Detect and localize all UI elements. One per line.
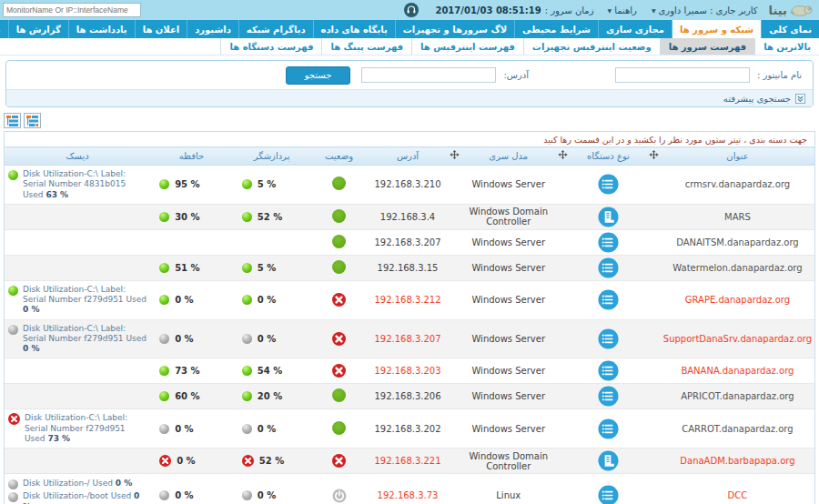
device-type-cell: [569, 280, 648, 319]
server-title[interactable]: GRAPE.danapardaz.org: [685, 295, 790, 305]
server-title-cell: crmsrv.danapardaz.org: [661, 166, 814, 205]
ip-address: 192.168.3.206: [374, 391, 440, 401]
main-nav-item[interactable]: اعلان ها: [135, 20, 187, 38]
sub-nav-item[interactable]: وضعیت اینترفیس تجهیزات: [523, 38, 660, 55]
current-user-menu[interactable]: کاربر جاری : سمیرا داوری ▼: [652, 5, 758, 15]
sub-nav-item[interactable]: فهرست پینگ ها: [321, 38, 411, 55]
main-nav-item[interactable]: یادداشت ها: [68, 20, 135, 38]
column-header-cpu[interactable]: پردازشگر: [233, 147, 311, 166]
search-button[interactable]: جستجو: [286, 66, 351, 85]
sub-nav-item[interactable]: فهرست اینترفیس ها: [411, 38, 523, 55]
column-header-title[interactable]: عنوان: [661, 147, 814, 166]
memory-metric: 60 %: [150, 391, 233, 401]
support-headset-icon[interactable]: [404, 3, 419, 17]
column-header-memory[interactable]: حافظه: [150, 147, 233, 166]
sub-nav-item[interactable]: بالاترین ها: [754, 38, 819, 55]
server-title[interactable]: APRICOT.danapardaz.org: [681, 391, 794, 401]
table-row[interactable]: DCCLinux192.168.3.730 %0 %Disk Utilizati…: [5, 474, 814, 504]
main-nav-item[interactable]: گزارش ها: [8, 20, 68, 38]
server-title[interactable]: crmsrv.danapardaz.org: [685, 179, 790, 189]
disk-cell: [5, 204, 150, 229]
memory-cell: 0 %: [150, 280, 233, 319]
table-row[interactable]: CARROT.danapardaz.orgWindows Server192.1…: [5, 409, 814, 449]
monitor-search-input[interactable]: [3, 3, 141, 17]
column-drag-handle-icon[interactable]: [448, 147, 460, 166]
column-header-disk[interactable]: دیسک: [5, 147, 150, 166]
drag-handle-spacer-cell: [448, 409, 460, 449]
server-title[interactable]: DANAITSM.danapardaz.org: [676, 237, 799, 247]
server-title-cell: MARS: [661, 204, 814, 229]
tree-expand-button[interactable]: [24, 113, 41, 128]
server-title[interactable]: CARROT.danapardaz.org: [682, 424, 793, 434]
disk-cell: [5, 358, 150, 384]
main-nav-item[interactable]: لاگ سرورها و تجهیزات: [395, 20, 514, 38]
advanced-search-bar[interactable]: جستجوی پیشرفته: [6, 89, 813, 106]
tree-collapse-button[interactable]: [4, 113, 21, 128]
main-nav-item[interactable]: داشبورد: [187, 20, 238, 38]
disk-cell: [5, 449, 150, 474]
memory-metric: 0 %: [150, 424, 233, 434]
column-drag-handle-icon[interactable]: [556, 147, 569, 166]
drag-handle-spacer-cell: [448, 229, 460, 255]
server-title[interactable]: BANANA.danapardaz.org: [681, 366, 794, 376]
table-row[interactable]: MARSWindows Domain Controller192.168.3.4…: [5, 204, 814, 229]
main-nav-item[interactable]: مجازی سازی: [598, 20, 672, 38]
table-row[interactable]: SupportDanaSrv.danapardaz.orgWindows Ser…: [5, 319, 814, 358]
status-cell: [310, 255, 367, 280]
address-cell: 192.168.3.207: [368, 319, 449, 358]
sub-nav-item[interactable]: فهرست دستگاه ها: [220, 38, 321, 55]
table-row[interactable]: APRICOT.danapardaz.orgWindows Server192.…: [5, 384, 814, 409]
table-row[interactable]: crmsrv.danapardaz.orgWindows Server192.1…: [5, 166, 814, 205]
help-menu[interactable]: راهنما ▼: [608, 5, 637, 15]
server-title-cell: CARROT.danapardaz.org: [661, 409, 814, 449]
status-down-icon: [332, 454, 346, 468]
tree-toolbar: [4, 113, 815, 128]
table-row[interactable]: DanaADM.barbapapa.orgWindows Domain Cont…: [5, 449, 814, 474]
column-header-model[interactable]: مدل سری: [460, 147, 556, 166]
server-title[interactable]: DanaADM.barbapapa.org: [680, 456, 794, 466]
drag-handle-spacer-cell: [648, 474, 661, 504]
table-row[interactable]: BANANA.danapardaz.orgWindows Server192.1…: [5, 358, 814, 384]
status-down-icon: [332, 364, 346, 378]
main-nav-item[interactable]: پایگاه های داده: [313, 20, 395, 38]
green-indicator-icon: [159, 295, 169, 305]
status-down-icon: [332, 293, 346, 307]
server-title[interactable]: SupportDanaSrv.danapardaz.org: [663, 334, 812, 344]
drag-handle-spacer-cell: [648, 280, 661, 319]
drag-handle-spacer-cell: [556, 229, 569, 255]
ip-address: 192.168.3.207: [374, 237, 440, 247]
green-indicator-icon: [242, 391, 252, 401]
column-drag-handle-icon[interactable]: [648, 147, 661, 166]
device-type-cell: [569, 229, 648, 255]
server-title[interactable]: Watermelon.danapardaz.org: [672, 263, 802, 273]
drag-handle-spacer-cell: [648, 449, 661, 474]
drag-handle-spacer-cell: [556, 384, 569, 409]
server-title[interactable]: DCC: [728, 490, 748, 500]
main-nav-item[interactable]: شبکه و سرور ها: [672, 20, 761, 38]
cpu-metric: 52 %: [233, 212, 311, 222]
topbar: بینا کاربر جاری : سمیرا داوری ▼ راهنما ▼…: [0, 0, 819, 20]
server-title[interactable]: MARS: [724, 212, 751, 222]
advanced-search-expander-icon[interactable]: [795, 94, 805, 104]
main-nav-item[interactable]: نمای کلی: [761, 20, 819, 38]
series-model-cell: Windows Server: [460, 229, 556, 255]
column-header-device_type[interactable]: نوع دستگاه: [569, 147, 648, 166]
column-header-status[interactable]: وضعیت: [310, 147, 367, 166]
main-nav-item[interactable]: راهبری: [0, 20, 8, 38]
group-by-hint: جهت دسته بندی ، تیتر ستون مورد نظر را بک…: [5, 132, 814, 146]
table-row[interactable]: Watermelon.danapardaz.orgWindows Server1…: [5, 255, 814, 280]
sub-nav-item[interactable]: فهرست سرور ها: [660, 38, 754, 55]
memory-metric: 0 %: [150, 334, 233, 344]
column-header-address[interactable]: آدرس: [368, 147, 449, 166]
server-title-cell: SupportDanaSrv.danapardaz.org: [661, 319, 814, 358]
main-nav-item[interactable]: دیاگرام شبکه: [238, 20, 313, 38]
monitor-name-input[interactable]: [615, 67, 750, 83]
drag-handle-spacer-cell: [556, 474, 569, 504]
address-input[interactable]: [361, 67, 496, 83]
ip-address: 192.168.3.210: [374, 179, 440, 189]
table-row[interactable]: GRAPE.danapardaz.orgWindows Server192.16…: [5, 280, 814, 319]
cpu-cell: 0 %: [233, 280, 311, 319]
drag-handle-spacer-cell: [448, 384, 460, 409]
table-row[interactable]: DANAITSM.danapardaz.orgWindows Server192…: [5, 229, 814, 255]
main-nav-item[interactable]: شرایط محیطی: [514, 20, 598, 38]
